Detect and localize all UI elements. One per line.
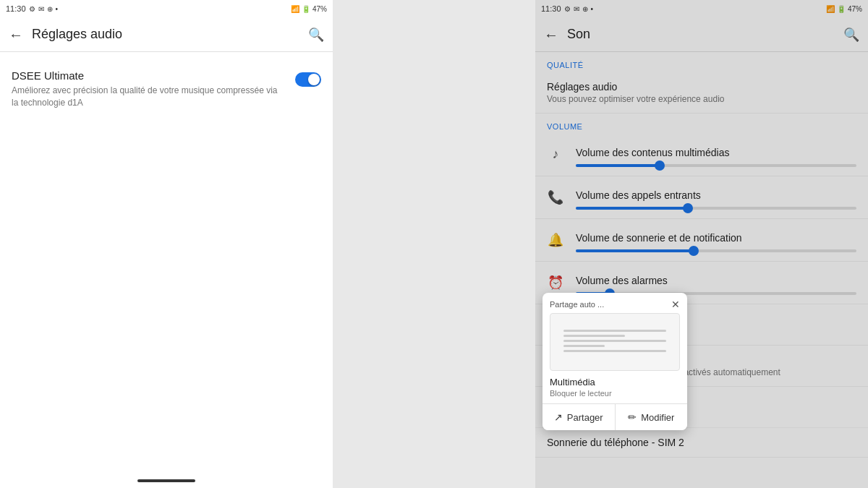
left-settings-icon: ⚙ [29, 5, 35, 13]
dsee-description: Améliorez avec précision la qualité de v… [12, 85, 286, 109]
thumb-line-4 [563, 345, 605, 347]
thumb-preview [563, 330, 666, 355]
left-more-icon: • [56, 5, 59, 13]
popup-actions-bar: ↗ Partager ✏ Modifier [542, 403, 687, 430]
popup-thumbnail [550, 313, 680, 371]
thumb-line-2 [563, 335, 625, 337]
left-home-indicator [0, 474, 333, 488]
screenshot-popup: Partage auto ... ✕ Multimédia Bloquer le… [542, 293, 687, 430]
left-cast-icon: ⊕ [47, 5, 53, 13]
thumb-line-5 [563, 350, 666, 352]
left-toolbar: ← Réglages audio 🔍 [0, 17, 333, 52]
left-wifi-icon: 📶 [291, 5, 299, 13]
popup-title: Multimédia [542, 377, 687, 389]
left-battery-pct: 47% [312, 5, 327, 13]
share-label: Partager [567, 412, 603, 423]
modifier-label: Modifier [641, 412, 674, 423]
left-search-button[interactable]: 🔍 [308, 27, 324, 43]
left-battery-icon: 🔋 [302, 5, 310, 13]
middle-gap [333, 0, 535, 488]
left-back-button[interactable]: ← [9, 27, 23, 42]
dsee-text-block: DSEE Ultimate Améliorez avec précision l… [12, 69, 286, 109]
popup-modifier-button[interactable]: ✏ Modifier [616, 404, 688, 430]
right-phone-panel: 11:30 ⚙ ✉ ⊕ • 📶 🔋 47% ← Son 🔍 QUALITÉ Ré… [535, 0, 868, 488]
popup-subtitle: Bloquer le lecteur [542, 389, 687, 403]
left-page-title: Réglages audio [32, 27, 299, 42]
dsee-title: DSEE Ultimate [12, 69, 286, 82]
thumb-line-3 [563, 340, 666, 342]
left-time: 11:30 [6, 4, 26, 13]
modifier-icon: ✏ [628, 411, 637, 423]
left-status-bar: 11:30 ⚙ ✉ ⊕ • 📶 🔋 47% [0, 0, 333, 17]
dsee-row[interactable]: DSEE Ultimate Améliorez avec précision l… [12, 64, 321, 115]
popup-close-button[interactable]: ✕ [671, 299, 680, 310]
share-icon: ↗ [554, 411, 563, 423]
popup-share-button[interactable]: ↗ Partager [542, 404, 616, 430]
popup-header-label: Partage auto ... [550, 300, 604, 309]
left-phone-panel: 11:30 ⚙ ✉ ⊕ • 📶 🔋 47% ← Réglages audio 🔍… [0, 0, 333, 488]
left-home-bar [137, 479, 195, 482]
dsee-toggle[interactable] [295, 72, 321, 87]
popup-header: Partage auto ... ✕ [542, 293, 687, 313]
thumb-line-1 [563, 330, 666, 332]
left-message-icon: ✉ [38, 5, 44, 13]
left-content-area: DSEE Ultimate Améliorez avec précision l… [0, 52, 333, 474]
